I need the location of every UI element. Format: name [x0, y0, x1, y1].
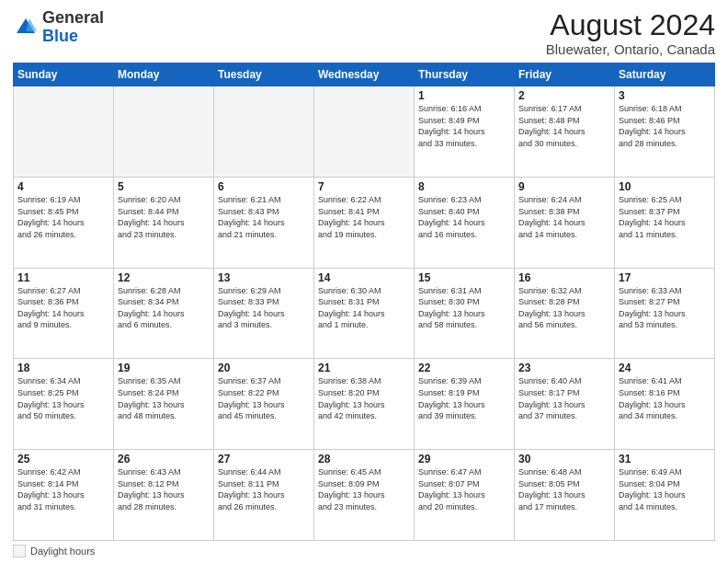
- day-info: Sunrise: 6:19 AM Sunset: 8:45 PM Dayligh…: [17, 194, 109, 240]
- day-info: Sunrise: 6:20 AM Sunset: 8:44 PM Dayligh…: [118, 194, 210, 240]
- day-number: 7: [318, 180, 410, 193]
- day-number: 17: [619, 271, 711, 284]
- day-number: 22: [418, 362, 510, 374]
- calendar-cell: 24Sunrise: 6:41 AM Sunset: 8:16 PM Dayli…: [615, 359, 715, 450]
- day-info: Sunrise: 6:29 AM Sunset: 8:33 PM Dayligh…: [218, 285, 310, 331]
- day-info: Sunrise: 6:41 AM Sunset: 8:16 PM Dayligh…: [619, 375, 711, 421]
- day-info: Sunrise: 6:16 AM Sunset: 8:49 PM Dayligh…: [418, 103, 510, 149]
- calendar-cell: 22Sunrise: 6:39 AM Sunset: 8:19 PM Dayli…: [415, 359, 515, 450]
- calendar-header-row: SundayMondayTuesdayWednesdayThursdayFrid…: [14, 63, 715, 86]
- day-number: 1: [418, 89, 510, 102]
- day-number: 20: [218, 362, 310, 374]
- day-info: Sunrise: 6:18 AM Sunset: 8:46 PM Dayligh…: [619, 103, 711, 149]
- logo-text: General Blue: [42, 9, 104, 46]
- calendar-cell: 15Sunrise: 6:31 AM Sunset: 8:30 PM Dayli…: [415, 268, 515, 359]
- calendar-cell: 2Sunrise: 6:17 AM Sunset: 8:48 PM Daylig…: [515, 86, 615, 178]
- day-info: Sunrise: 6:17 AM Sunset: 8:48 PM Dayligh…: [518, 103, 610, 149]
- calendar-week-4: 18Sunrise: 6:34 AM Sunset: 8:25 PM Dayli…: [14, 359, 715, 450]
- calendar-cell: 8Sunrise: 6:23 AM Sunset: 8:40 PM Daylig…: [415, 177, 515, 268]
- day-number: 31: [619, 453, 711, 465]
- day-number: 14: [318, 271, 410, 284]
- calendar-cell: 6Sunrise: 6:21 AM Sunset: 8:43 PM Daylig…: [214, 177, 314, 268]
- logo-icon: [13, 15, 39, 40]
- calendar-cell: 29Sunrise: 6:47 AM Sunset: 8:07 PM Dayli…: [415, 450, 515, 541]
- day-number: 12: [118, 271, 210, 284]
- title-block: August 2024 Bluewater, Ontario, Canada: [546, 9, 715, 57]
- day-info: Sunrise: 6:23 AM Sunset: 8:40 PM Dayligh…: [418, 194, 510, 240]
- day-info: Sunrise: 6:39 AM Sunset: 8:19 PM Dayligh…: [418, 375, 510, 421]
- calendar-week-3: 11Sunrise: 6:27 AM Sunset: 8:36 PM Dayli…: [14, 268, 715, 359]
- day-number: 21: [318, 362, 410, 374]
- day-number: 3: [619, 89, 711, 102]
- legend-box: [13, 545, 26, 557]
- calendar-cell: 26Sunrise: 6:43 AM Sunset: 8:12 PM Dayli…: [114, 450, 214, 541]
- day-info: Sunrise: 6:34 AM Sunset: 8:25 PM Dayligh…: [17, 375, 109, 421]
- calendar-cell: 23Sunrise: 6:40 AM Sunset: 8:17 PM Dayli…: [515, 359, 615, 450]
- calendar-cell: 21Sunrise: 6:38 AM Sunset: 8:20 PM Dayli…: [314, 359, 415, 450]
- day-info: Sunrise: 6:48 AM Sunset: 8:05 PM Dayligh…: [518, 466, 610, 512]
- calendar-cell: 25Sunrise: 6:42 AM Sunset: 8:14 PM Dayli…: [14, 450, 114, 541]
- logo-general: General: [42, 8, 104, 27]
- day-number: 18: [17, 362, 109, 374]
- calendar-cell: [314, 86, 415, 178]
- calendar-cell: 31Sunrise: 6:49 AM Sunset: 8:04 PM Dayli…: [615, 450, 715, 541]
- calendar-cell: 30Sunrise: 6:48 AM Sunset: 8:05 PM Dayli…: [515, 450, 615, 541]
- calendar-header-sunday: Sunday: [14, 63, 114, 86]
- calendar-cell: [114, 86, 214, 178]
- calendar-cell: 17Sunrise: 6:33 AM Sunset: 8:27 PM Dayli…: [615, 268, 715, 359]
- month-title: August 2024: [546, 9, 715, 41]
- day-info: Sunrise: 6:40 AM Sunset: 8:17 PM Dayligh…: [518, 375, 610, 421]
- day-number: 4: [17, 180, 109, 193]
- calendar-cell: 20Sunrise: 6:37 AM Sunset: 8:22 PM Dayli…: [214, 359, 314, 450]
- location: Bluewater, Ontario, Canada: [546, 41, 715, 57]
- day-number: 10: [619, 180, 711, 193]
- day-number: 8: [418, 180, 510, 193]
- calendar-header-thursday: Thursday: [415, 63, 515, 86]
- page: General Blue August 2024 Bluewater, Onta…: [0, 0, 728, 563]
- day-number: 19: [118, 362, 210, 374]
- day-info: Sunrise: 6:31 AM Sunset: 8:30 PM Dayligh…: [418, 285, 510, 331]
- day-number: 15: [418, 271, 510, 284]
- legend-label: Daylight hours: [30, 546, 95, 557]
- calendar-cell: 19Sunrise: 6:35 AM Sunset: 8:24 PM Dayli…: [114, 359, 214, 450]
- calendar-week-2: 4Sunrise: 6:19 AM Sunset: 8:45 PM Daylig…: [14, 177, 715, 268]
- calendar-cell: [214, 86, 314, 178]
- day-info: Sunrise: 6:44 AM Sunset: 8:11 PM Dayligh…: [218, 466, 310, 512]
- day-number: 11: [17, 271, 109, 284]
- day-info: Sunrise: 6:49 AM Sunset: 8:04 PM Dayligh…: [619, 466, 711, 512]
- day-info: Sunrise: 6:32 AM Sunset: 8:28 PM Dayligh…: [518, 285, 610, 331]
- logo-blue: Blue: [42, 27, 78, 45]
- day-info: Sunrise: 6:21 AM Sunset: 8:43 PM Dayligh…: [218, 194, 310, 240]
- day-number: 13: [218, 271, 310, 284]
- day-number: 5: [118, 180, 210, 193]
- day-info: Sunrise: 6:42 AM Sunset: 8:14 PM Dayligh…: [17, 466, 109, 512]
- calendar: SundayMondayTuesdayWednesdayThursdayFrid…: [13, 63, 715, 541]
- day-info: Sunrise: 6:33 AM Sunset: 8:27 PM Dayligh…: [619, 285, 711, 331]
- header: General Blue August 2024 Bluewater, Onta…: [13, 9, 715, 57]
- day-number: 25: [17, 453, 109, 465]
- calendar-week-5: 25Sunrise: 6:42 AM Sunset: 8:14 PM Dayli…: [14, 450, 715, 541]
- calendar-cell: 28Sunrise: 6:45 AM Sunset: 8:09 PM Dayli…: [314, 450, 415, 541]
- day-number: 27: [218, 453, 310, 465]
- calendar-cell: 16Sunrise: 6:32 AM Sunset: 8:28 PM Dayli…: [515, 268, 615, 359]
- day-info: Sunrise: 6:22 AM Sunset: 8:41 PM Dayligh…: [318, 194, 410, 240]
- day-info: Sunrise: 6:30 AM Sunset: 8:31 PM Dayligh…: [318, 285, 410, 331]
- day-number: 6: [218, 180, 310, 193]
- day-number: 24: [619, 362, 711, 374]
- calendar-cell: 14Sunrise: 6:30 AM Sunset: 8:31 PM Dayli…: [314, 268, 415, 359]
- calendar-header-saturday: Saturday: [615, 63, 715, 86]
- day-info: Sunrise: 6:24 AM Sunset: 8:38 PM Dayligh…: [518, 194, 610, 240]
- day-info: Sunrise: 6:38 AM Sunset: 8:20 PM Dayligh…: [318, 375, 410, 421]
- calendar-cell: 5Sunrise: 6:20 AM Sunset: 8:44 PM Daylig…: [114, 177, 214, 268]
- calendar-header-wednesday: Wednesday: [314, 63, 415, 86]
- calendar-cell: 1Sunrise: 6:16 AM Sunset: 8:49 PM Daylig…: [415, 86, 515, 178]
- day-info: Sunrise: 6:43 AM Sunset: 8:12 PM Dayligh…: [118, 466, 210, 512]
- calendar-cell: 13Sunrise: 6:29 AM Sunset: 8:33 PM Dayli…: [214, 268, 314, 359]
- calendar-header-friday: Friday: [515, 63, 615, 86]
- day-info: Sunrise: 6:27 AM Sunset: 8:36 PM Dayligh…: [17, 285, 109, 331]
- day-info: Sunrise: 6:47 AM Sunset: 8:07 PM Dayligh…: [418, 466, 510, 512]
- day-number: 28: [318, 453, 410, 465]
- calendar-cell: 7Sunrise: 6:22 AM Sunset: 8:41 PM Daylig…: [314, 177, 415, 268]
- day-number: 2: [518, 89, 610, 102]
- calendar-cell: [14, 86, 114, 178]
